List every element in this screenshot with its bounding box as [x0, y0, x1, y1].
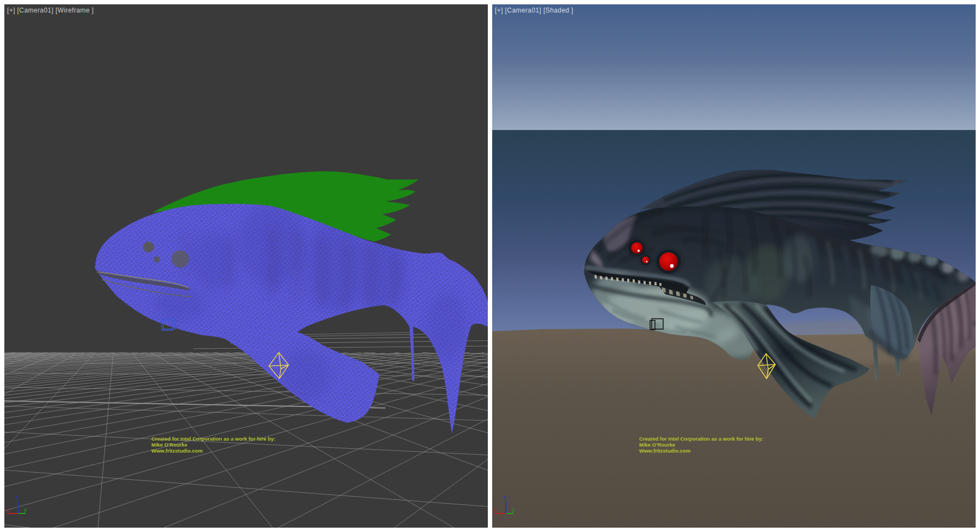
- svg-text:Mike O'Rourke: Mike O'Rourke: [639, 442, 675, 448]
- svg-text:x: x: [6, 507, 9, 513]
- svg-text:z: z: [504, 494, 506, 500]
- svg-text:Mike O'Rourke: Mike O'Rourke: [151, 442, 187, 448]
- svg-text:Created for Intel Corporation: Created for Intel Corporation as a work …: [151, 436, 275, 442]
- svg-text:y: y: [24, 507, 27, 513]
- svg-text:z: z: [16, 494, 19, 500]
- svg-text:Www.fritzstudio.com: Www.fritzstudio.com: [151, 448, 203, 454]
- svg-text:y: y: [512, 507, 514, 513]
- svg-text:Created for Intel Corporation: Created for Intel Corporation as a work …: [639, 436, 763, 442]
- svg-text:Www.fritzstudio.com: Www.fritzstudio.com: [639, 448, 690, 454]
- svg-text:x: x: [494, 507, 497, 513]
